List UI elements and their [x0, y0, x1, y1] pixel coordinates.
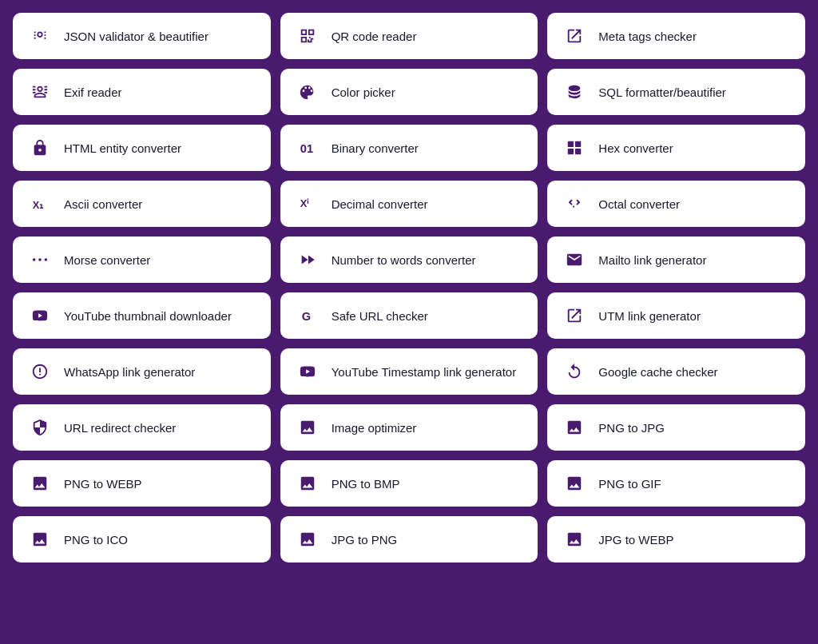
binary-converter-label: Binary converter — [332, 141, 419, 155]
tool-card-image-optimizer[interactable]: Image optimizer — [280, 404, 538, 451]
image-optimizer-label: Image optimizer — [332, 421, 417, 435]
html-entity-converter-icon — [29, 139, 51, 157]
qr-code-reader-label: QR code reader — [332, 30, 417, 43]
tool-card-json-validator[interactable]: JSON validator & beautifier — [13, 13, 271, 59]
png-to-ico-label: PNG to ICO — [64, 533, 128, 547]
tool-card-jpg-to-png[interactable]: JPG to PNG — [280, 516, 538, 563]
tool-card-png-to-bmp[interactable]: PNG to BMP — [280, 460, 538, 507]
tool-card-ascii-converter[interactable]: X₁Ascii converter — [13, 181, 271, 227]
tool-card-youtube-thumbnail[interactable]: YouTube thumbnail downloader — [13, 292, 271, 339]
svg-text:01: 01 — [300, 142, 312, 155]
jpg-to-png-label: JPG to PNG — [332, 533, 398, 547]
svg-rect-2 — [575, 141, 581, 147]
tool-card-binary-converter[interactable]: 01Binary converter — [280, 125, 538, 171]
youtube-thumbnail-label: YouTube thumbnail downloader — [64, 309, 232, 323]
jpg-to-webp-label: JPG to WEBP — [598, 533, 673, 547]
tool-card-octal-converter[interactable]: Octal converter — [547, 181, 805, 227]
tool-card-exif-reader[interactable]: Exif reader — [13, 69, 271, 115]
color-picker-label: Color picker — [332, 85, 395, 99]
png-to-jpg-label: PNG to JPG — [598, 421, 665, 435]
svg-text:G: G — [301, 310, 310, 323]
google-cache-checker-icon — [563, 363, 586, 380]
youtube-thumbnail-icon — [29, 307, 51, 324]
url-redirect-checker-icon — [29, 419, 51, 436]
png-to-bmp-icon — [296, 475, 319, 492]
tool-card-safe-url-checker[interactable]: GSafe URL checker — [280, 292, 538, 339]
exif-reader-label: Exif reader — [64, 85, 122, 99]
number-to-words-label: Number to words converter — [332, 253, 476, 267]
jpg-to-png-icon — [296, 531, 319, 548]
tool-card-jpg-to-webp[interactable]: JPG to WEBP — [547, 516, 805, 563]
tool-card-mailto-link-generator[interactable]: Mailto link generator — [547, 237, 805, 283]
whatsapp-link-generator-label: WhatsApp link generator — [64, 365, 195, 379]
safe-url-checker-label: Safe URL checker — [332, 309, 428, 323]
morse-converter-icon — [29, 251, 51, 268]
octal-converter-label: Octal converter — [598, 197, 680, 211]
jpg-to-webp-icon — [563, 531, 586, 548]
morse-converter-label: Morse converter — [64, 253, 150, 267]
youtube-timestamp-label: YouTube Timestamp link generator — [332, 365, 517, 379]
tool-card-png-to-jpg[interactable]: PNG to JPG — [547, 404, 805, 451]
svg-text:X₁: X₁ — [33, 199, 45, 211]
hex-converter-label: Hex converter — [598, 141, 673, 155]
tool-card-meta-tags-checker[interactable]: Meta tags checker — [547, 13, 805, 59]
ascii-converter-label: Ascii converter — [64, 197, 142, 211]
png-to-bmp-label: PNG to BMP — [332, 477, 400, 491]
octal-converter-icon — [563, 195, 586, 213]
svg-point-7 — [33, 258, 36, 261]
png-to-jpg-icon — [563, 419, 586, 436]
tool-card-hex-converter[interactable]: Hex converter — [547, 125, 805, 171]
number-to-words-icon — [296, 251, 319, 268]
url-redirect-checker-label: URL redirect checker — [64, 421, 176, 435]
color-picker-icon — [296, 83, 319, 101]
mailto-link-generator-label: Mailto link generator — [598, 253, 706, 267]
tool-card-url-redirect-checker[interactable]: URL redirect checker — [13, 404, 271, 451]
ascii-converter-icon: X₁ — [29, 195, 51, 213]
tool-card-google-cache-checker[interactable]: Google cache checker — [547, 348, 805, 395]
tool-card-number-to-words[interactable]: Number to words converter — [280, 237, 538, 283]
tool-card-qr-code-reader[interactable]: QR code reader — [280, 13, 538, 59]
utm-link-generator-label: UTM link generator — [598, 309, 701, 323]
whatsapp-link-generator-icon — [29, 363, 51, 380]
sql-formatter-label: SQL formatter/beautifier — [598, 85, 726, 99]
decimal-converter-label: Decimal converter — [332, 197, 428, 211]
tool-card-morse-converter[interactable]: Morse converter — [13, 237, 271, 283]
tool-card-utm-link-generator[interactable]: UTM link generator — [547, 292, 805, 339]
tool-card-png-to-gif[interactable]: PNG to GIF — [547, 460, 805, 507]
youtube-timestamp-icon — [296, 363, 319, 380]
png-to-ico-icon — [29, 531, 51, 548]
exif-reader-icon — [29, 83, 51, 101]
tool-card-youtube-timestamp[interactable]: YouTube Timestamp link generator — [280, 348, 538, 395]
json-validator-icon — [29, 27, 51, 45]
safe-url-checker-icon: G — [296, 307, 319, 324]
mailto-link-generator-icon — [563, 251, 586, 268]
tool-card-sql-formatter[interactable]: SQL formatter/beautifier — [547, 69, 805, 115]
google-cache-checker-label: Google cache checker — [598, 365, 717, 379]
utm-link-generator-icon — [563, 307, 586, 324]
tool-card-color-picker[interactable]: Color picker — [280, 69, 538, 115]
sql-formatter-icon — [563, 83, 586, 101]
tools-grid: JSON validator & beautifierQR code reade… — [13, 13, 805, 563]
png-to-webp-label: PNG to WEBP — [64, 477, 142, 491]
binary-converter-icon: 01 — [296, 139, 319, 157]
tool-card-png-to-ico[interactable]: PNG to ICO — [13, 516, 271, 563]
html-entity-converter-label: HTML entity converter — [64, 141, 181, 155]
meta-tags-checker-label: Meta tags checker — [598, 30, 697, 43]
qr-code-reader-icon — [296, 27, 319, 45]
svg-point-9 — [45, 258, 48, 261]
svg-rect-3 — [568, 149, 574, 154]
png-to-gif-icon — [563, 475, 586, 492]
svg-text:Xⁱ: Xⁱ — [300, 197, 309, 209]
png-to-gif-label: PNG to GIF — [598, 477, 661, 491]
svg-rect-1 — [568, 141, 574, 147]
json-validator-label: JSON validator & beautifier — [64, 30, 208, 43]
svg-rect-4 — [575, 149, 581, 154]
tool-card-decimal-converter[interactable]: XⁱDecimal converter — [280, 181, 538, 227]
tool-card-html-entity-converter[interactable]: HTML entity converter — [13, 125, 271, 171]
svg-point-8 — [38, 258, 42, 261]
image-optimizer-icon — [296, 419, 319, 436]
tool-card-whatsapp-link-generator[interactable]: WhatsApp link generator — [13, 348, 271, 395]
meta-tags-checker-icon — [563, 27, 586, 45]
tool-card-png-to-webp[interactable]: PNG to WEBP — [13, 460, 271, 507]
png-to-webp-icon — [29, 475, 51, 492]
